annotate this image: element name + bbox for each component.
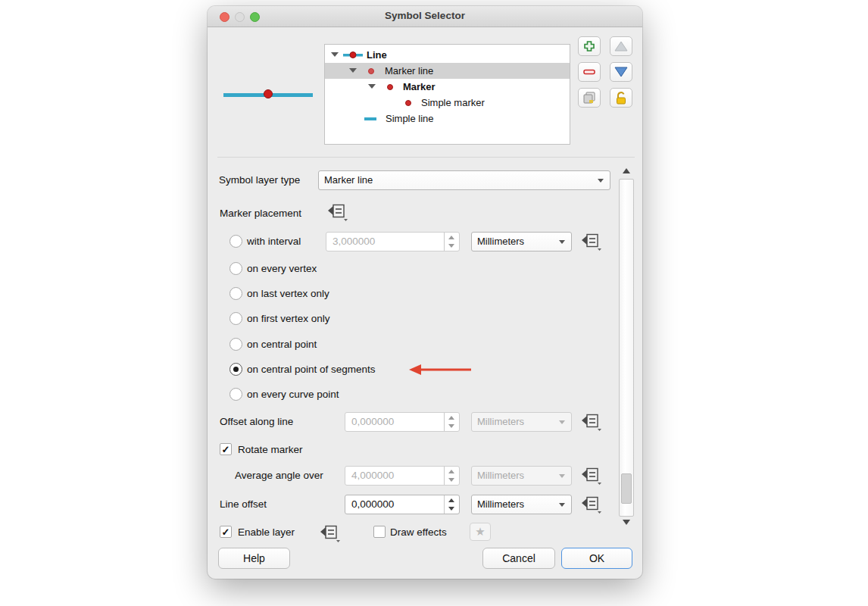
average-angle-over-unit-combo: Millimeters (471, 466, 572, 486)
data-defined-override-icon[interactable] (579, 413, 602, 433)
average-angle-over-label: Average angle over (235, 470, 323, 481)
tree-row-marker[interactable]: Marker (325, 79, 570, 95)
vertical-scrollbar[interactable] (619, 167, 634, 529)
remove-layer-button[interactable] (578, 62, 601, 82)
tree-row-line[interactable]: Line (325, 47, 570, 63)
radio-on-every-curve-point[interactable] (229, 388, 242, 401)
data-defined-override-icon[interactable] (579, 495, 602, 515)
symbol-layer-type-combo[interactable]: Marker line (318, 170, 610, 190)
spin-down-icon (448, 244, 454, 248)
line-offset-spinbox[interactable]: 0,000000 (345, 495, 460, 514)
cancel-button[interactable]: Cancel (482, 548, 555, 569)
line-offset-unit-combo[interactable]: Millimeters (471, 495, 572, 514)
radio-label: on last vertex only (247, 288, 329, 299)
radio-on-last-vertex-only[interactable] (229, 287, 242, 300)
interval-spinbox[interactable]: 3,000000 (326, 232, 460, 251)
marker-placement-label: Marker placement (220, 208, 301, 219)
chevron-down-icon (559, 420, 565, 424)
average-angle-over-spinbox: 4,000000 (345, 466, 460, 486)
data-defined-override-icon[interactable] (318, 524, 341, 544)
line-symbol-icon (343, 52, 363, 58)
scroll-down-icon[interactable] (623, 520, 630, 525)
rotate-marker-label: Rotate marker (238, 444, 303, 455)
radio-on-first-vertex-only[interactable] (229, 312, 242, 325)
down-arrow-icon (614, 67, 628, 77)
marker-dot-icon (387, 84, 393, 90)
data-defined-override-icon[interactable] (326, 203, 348, 223)
enable-layer-label: Enable layer (238, 526, 295, 538)
up-arrow-icon (614, 41, 628, 52)
duplicate-icon (582, 92, 596, 105)
symbol-layer-type-label: Symbol layer type (219, 174, 300, 186)
radio-label: on every curve point (247, 389, 339, 400)
spin-up-icon (448, 498, 454, 502)
expander-icon[interactable] (331, 52, 339, 57)
data-defined-override-icon[interactable] (579, 233, 602, 252)
divider (217, 157, 635, 158)
duplicate-layer-button[interactable] (578, 88, 601, 108)
tree-row-simple-line[interactable]: Simple line (325, 111, 570, 127)
tree-label: Marker line (385, 63, 433, 79)
chevron-down-icon (559, 503, 565, 507)
scrollbar-track[interactable] (619, 179, 634, 517)
radio-on-central-point-of-segments[interactable] (229, 363, 242, 376)
unlock-icon (615, 92, 627, 105)
offset-along-line-unit-combo: Millimeters (471, 412, 572, 432)
spin-down-icon (448, 478, 454, 482)
spinner[interactable] (444, 233, 459, 251)
radio-on-every-vertex[interactable] (229, 262, 242, 275)
line-segment-icon (364, 117, 376, 120)
customize-effects-button: ★ (470, 523, 491, 541)
window-title: Symbol Selector (208, 10, 642, 21)
tree-label: Line (367, 47, 387, 63)
spinner (444, 413, 459, 431)
spin-down-icon (448, 507, 454, 511)
add-layer-button[interactable] (578, 36, 601, 56)
titlebar[interactable]: Symbol Selector (208, 6, 642, 27)
plus-icon (583, 40, 595, 52)
expander-icon[interactable] (349, 68, 357, 73)
symbol-preview-marker (264, 89, 273, 98)
expander-icon[interactable] (368, 84, 376, 89)
spin-up-icon (448, 416, 454, 420)
tree-row-marker-line[interactable]: Marker line (325, 63, 570, 79)
radio-on-central-point[interactable] (229, 338, 242, 351)
marker-dot-icon (405, 100, 411, 106)
offset-along-line-label: Offset along line (220, 416, 293, 427)
draw-effects-label: Draw effects (390, 526, 447, 538)
draw-effects-checkbox[interactable] (373, 526, 386, 538)
annotation-red-arrow (409, 364, 473, 376)
scroll-up-icon[interactable] (623, 168, 630, 173)
spinner (444, 467, 459, 485)
symbol-layer-tree[interactable]: Line Marker line Marker Simple marker Si… (324, 44, 570, 145)
tree-row-simple-marker[interactable]: Simple marker (325, 95, 570, 111)
spinner[interactable] (444, 495, 459, 514)
radio-label: on central point of segments (247, 364, 376, 375)
move-up-button[interactable] (610, 36, 632, 56)
chevron-down-icon (559, 474, 565, 478)
ok-button[interactable]: OK (561, 548, 632, 569)
radio-label: on central point (247, 339, 317, 350)
spin-up-icon (448, 470, 454, 473)
lock-colors-button[interactable] (610, 88, 632, 108)
marker-dot-icon (368, 68, 374, 74)
minus-icon (583, 68, 595, 76)
enable-layer-checkbox[interactable]: ✓ (220, 526, 232, 538)
symbol-selector-dialog: Symbol Selector Line Marker line Marker … (208, 6, 642, 579)
spin-down-icon (448, 424, 454, 428)
offset-along-line-spinbox: 0,000000 (345, 412, 460, 432)
move-down-button[interactable] (610, 62, 632, 82)
radio-label: on every vertex (247, 263, 317, 274)
help-button[interactable]: Help (218, 548, 290, 569)
radio-label: on first vertex only (247, 313, 330, 324)
interval-unit-combo[interactable]: Millimeters (471, 232, 572, 251)
radio-with-interval[interactable] (229, 235, 242, 248)
tree-label: Marker (403, 79, 436, 95)
rotate-marker-checkbox[interactable]: ✓ (220, 443, 232, 455)
spin-up-icon (448, 236, 454, 239)
scrollbar-thumb[interactable] (621, 473, 632, 504)
tree-label: Simple line (386, 111, 434, 127)
data-defined-override-icon[interactable] (579, 467, 602, 486)
line-offset-label: Line offset (220, 498, 267, 510)
radio-label: with interval (247, 236, 301, 247)
